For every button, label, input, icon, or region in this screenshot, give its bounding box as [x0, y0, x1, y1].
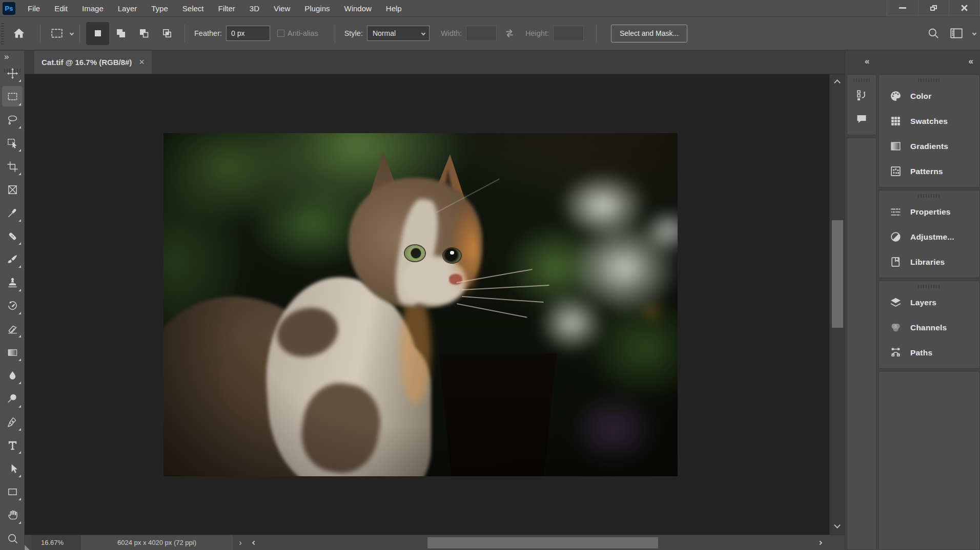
divider: [335, 24, 335, 43]
panel-color[interactable]: Color: [879, 83, 979, 109]
tool-zoom[interactable]: [0, 527, 25, 550]
select-and-mask-button[interactable]: Select and Mask...: [611, 25, 687, 43]
panel-label: Paths: [910, 348, 932, 357]
scroll-down-icon[interactable]: [834, 522, 841, 528]
panel-libraries[interactable]: Libraries: [879, 249, 979, 274]
tool-spot-healing-brush[interactable]: [0, 225, 25, 248]
panel-label: Patterns: [910, 167, 943, 176]
document-tab-title: Cat.tif @ 16.7% (RGB/8#): [42, 58, 132, 67]
panel-properties[interactable]: Properties: [879, 199, 979, 224]
menu-help[interactable]: Help: [379, 0, 409, 17]
menu-3d[interactable]: 3D: [242, 0, 267, 17]
intersect-selection-button[interactable]: [155, 22, 178, 45]
history-panel-button[interactable]: [847, 83, 876, 107]
menu-plugins[interactable]: Plugins: [297, 0, 337, 17]
style-select[interactable]: Normal: [367, 26, 430, 41]
panel-swatches[interactable]: Swatches: [879, 109, 979, 134]
tool-dodge[interactable]: [0, 387, 25, 410]
collapse-strip-icon[interactable]: «: [865, 56, 869, 67]
tool-preset[interactable]: [47, 22, 67, 45]
tool-hand[interactable]: [0, 503, 25, 526]
tool-object-selection[interactable]: [0, 132, 25, 155]
vertical-scrollbar-thumb[interactable]: [832, 220, 843, 328]
tool-path-selection[interactable]: [0, 457, 25, 480]
subtract-from-selection-button[interactable]: [132, 22, 155, 45]
collapse-dock-icon[interactable]: «: [969, 56, 973, 67]
tool-brush[interactable]: [0, 248, 25, 271]
object-selection-icon: [7, 137, 18, 149]
color-icon: [889, 90, 902, 102]
comments-panel-button[interactable]: [847, 107, 876, 131]
minimize-button[interactable]: [887, 0, 918, 16]
menu-image[interactable]: Image: [75, 0, 111, 17]
menu-window[interactable]: Window: [337, 0, 378, 17]
scroll-up-icon[interactable]: [834, 79, 841, 86]
strip-grip[interactable]: [853, 78, 870, 82]
menu-layer[interactable]: Layer: [111, 0, 145, 17]
workspace-switcher-icon[interactable]: [949, 27, 964, 39]
tool-eyedropper[interactable]: [0, 201, 25, 224]
restore-button[interactable]: [918, 0, 949, 16]
options-bar: Feather: Anti-alias Style: Normal Width:…: [0, 17, 980, 51]
panel-group-grip[interactable]: [918, 194, 941, 198]
panel-group-grip[interactable]: [918, 78, 941, 82]
paths-icon: [889, 346, 902, 359]
canvas-image[interactable]: [164, 133, 678, 476]
tool-pen[interactable]: [0, 411, 25, 434]
panel-group-grip[interactable]: [918, 285, 941, 288]
panel-paths[interactable]: Paths: [879, 340, 979, 365]
tool-lasso[interactable]: [0, 109, 25, 132]
panel-adjustments[interactable]: Adjustme...: [879, 224, 979, 249]
adjustments-icon: [889, 230, 902, 243]
style-value: Normal: [373, 29, 396, 37]
tool-crop[interactable]: [0, 155, 25, 178]
panel-channels[interactable]: Channels: [879, 315, 979, 340]
add-to-selection-icon: [115, 28, 127, 39]
canvas[interactable]: [25, 74, 829, 535]
workspace-chevron-icon[interactable]: [972, 31, 976, 35]
menu-view[interactable]: View: [267, 0, 297, 17]
horizontal-scrollbar[interactable]: [260, 535, 814, 550]
menu-filter[interactable]: Filter: [211, 0, 242, 17]
tool-gradient[interactable]: [0, 341, 25, 364]
add-to-selection-button[interactable]: [109, 22, 132, 45]
panel-label: Properties: [910, 207, 951, 217]
home-button[interactable]: [4, 22, 34, 45]
hscroll-right-arrow[interactable]: [814, 541, 826, 544]
dodge-icon: [7, 393, 18, 405]
hscroll-left-arrow[interactable]: [248, 541, 260, 544]
feather-input[interactable]: [226, 26, 270, 41]
tool-type[interactable]: [0, 434, 25, 457]
tool-eraser[interactable]: [0, 318, 25, 341]
tool-rectangular-marquee[interactable]: [0, 85, 25, 108]
search-icon[interactable]: [927, 27, 940, 40]
tool-history-brush[interactable]: [0, 294, 25, 318]
menu-edit[interactable]: Edit: [47, 0, 75, 17]
zoom-level-field[interactable]: 16.67%: [32, 535, 81, 550]
type-icon: [7, 439, 18, 451]
tool-rectangle[interactable]: [0, 480, 25, 503]
tool-blur[interactable]: [0, 364, 25, 387]
tool-move[interactable]: [0, 62, 25, 85]
new-selection-button[interactable]: [86, 22, 109, 45]
lasso-icon: [7, 114, 18, 126]
panel-patterns[interactable]: Patterns: [879, 159, 979, 184]
panel-layers[interactable]: Layers: [879, 290, 979, 315]
vertical-scrollbar[interactable]: [829, 74, 845, 535]
tab-close-icon[interactable]: ×: [139, 57, 145, 68]
tool-preset-chevron-icon[interactable]: [70, 31, 74, 35]
menu-type[interactable]: Type: [144, 0, 175, 17]
tool-frame[interactable]: [0, 178, 25, 201]
toolbar-expand-icon[interactable]: »: [4, 52, 8, 62]
document-tab[interactable]: Cat.tif @ 16.7% (RGB/8#) ×: [34, 51, 152, 74]
horizontal-scrollbar-thumb[interactable]: [427, 537, 658, 548]
comment-icon: [855, 113, 868, 125]
close-button[interactable]: [949, 0, 979, 16]
status-detail-chevron[interactable]: ›: [233, 538, 248, 547]
menu-select[interactable]: Select: [175, 0, 211, 17]
menu-file[interactable]: File: [21, 0, 47, 17]
layers-icon: [889, 296, 902, 309]
tool-clone-stamp[interactable]: [0, 271, 25, 294]
panel-gradients[interactable]: Gradients: [879, 134, 979, 159]
panel-label: Libraries: [910, 258, 945, 267]
